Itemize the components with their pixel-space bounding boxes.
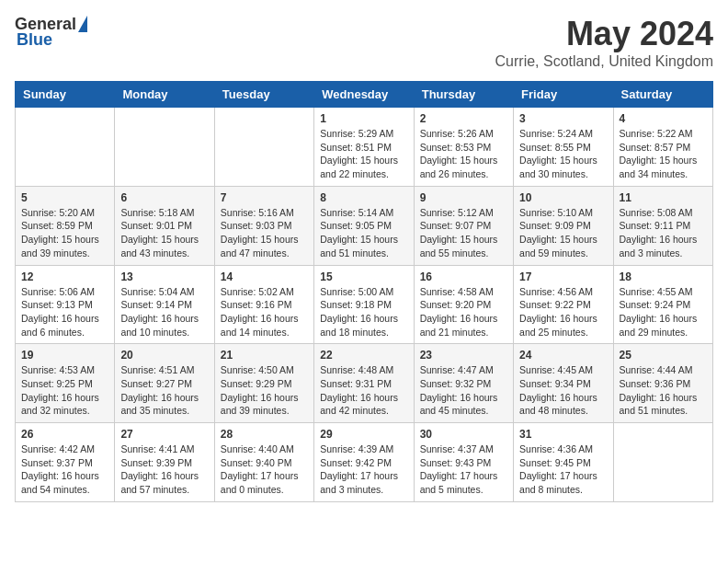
day-number: 16 [420, 270, 507, 283]
day-info: Sunrise: 5:12 AM Sunset: 9:07 PM Dayligh… [420, 206, 507, 260]
day-info: Sunrise: 5:14 AM Sunset: 9:05 PM Dayligh… [320, 206, 407, 260]
day-info: Sunrise: 4:55 AM Sunset: 9:24 PM Dayligh… [620, 285, 707, 339]
day-number: 23 [420, 349, 507, 362]
day-info: Sunrise: 4:50 AM Sunset: 9:29 PM Dayligh… [221, 363, 308, 418]
day-number: 22 [320, 349, 407, 362]
day-number: 27 [120, 428, 208, 441]
day-info: Sunrise: 5:00 AM Sunset: 9:18 PM Dayligh… [320, 285, 407, 339]
day-info: Sunrise: 4:36 AM Sunset: 9:45 PM Dayligh… [519, 442, 607, 497]
day-number: 31 [519, 428, 607, 441]
day-number: 30 [420, 428, 507, 441]
day-info: Sunrise: 4:39 AM Sunset: 9:42 PM Dayligh… [320, 442, 407, 497]
calendar-cell: 5Sunrise: 5:20 AM Sunset: 8:59 PM Daylig… [16, 186, 115, 265]
day-info: Sunrise: 4:42 AM Sunset: 9:37 PM Dayligh… [21, 442, 108, 497]
day-number: 13 [120, 270, 208, 283]
day-info: Sunrise: 4:41 AM Sunset: 9:39 PM Dayligh… [120, 442, 208, 497]
day-info: Sunrise: 5:04 AM Sunset: 9:14 PM Dayligh… [120, 285, 208, 339]
calendar-cell: 16Sunrise: 4:58 AM Sunset: 9:20 PM Dayli… [414, 265, 513, 344]
calendar-cell: 7Sunrise: 5:16 AM Sunset: 9:03 PM Daylig… [214, 186, 313, 265]
day-number: 5 [21, 191, 108, 204]
day-number: 2 [420, 112, 507, 125]
calendar-cell: 21Sunrise: 4:50 AM Sunset: 9:29 PM Dayli… [214, 344, 313, 423]
col-header-wednesday: Wednesday [314, 82, 414, 108]
day-info: Sunrise: 4:44 AM Sunset: 9:36 PM Dayligh… [620, 363, 707, 418]
day-number: 25 [620, 349, 707, 362]
col-header-sunday: Sunday [16, 82, 115, 108]
calendar-cell: 2Sunrise: 5:26 AM Sunset: 8:53 PM Daylig… [414, 108, 513, 187]
calendar-header-row: SundayMondayTuesdayWednesdayThursdayFrid… [16, 82, 713, 108]
day-info: Sunrise: 4:53 AM Sunset: 9:25 PM Dayligh… [21, 363, 108, 418]
day-info: Sunrise: 5:29 AM Sunset: 8:51 PM Dayligh… [320, 127, 407, 181]
day-number: 9 [420, 191, 507, 204]
page-header: General Blue May 2024 Currie, Scotland, … [15, 15, 713, 70]
day-number: 19 [21, 349, 108, 362]
calendar-cell: 1Sunrise: 5:29 AM Sunset: 8:51 PM Daylig… [314, 108, 414, 187]
calendar-cell: 3Sunrise: 5:24 AM Sunset: 8:55 PM Daylig… [514, 108, 613, 187]
logo: General Blue [15, 15, 87, 50]
calendar-cell: 17Sunrise: 4:56 AM Sunset: 9:22 PM Dayli… [514, 265, 613, 344]
col-header-thursday: Thursday [414, 82, 513, 108]
day-info: Sunrise: 5:26 AM Sunset: 8:53 PM Dayligh… [420, 127, 507, 181]
day-info: Sunrise: 4:40 AM Sunset: 9:40 PM Dayligh… [221, 442, 308, 497]
calendar-cell: 30Sunrise: 4:37 AM Sunset: 9:43 PM Dayli… [414, 423, 513, 502]
calendar-cell: 18Sunrise: 4:55 AM Sunset: 9:24 PM Dayli… [613, 265, 712, 344]
day-info: Sunrise: 4:56 AM Sunset: 9:22 PM Dayligh… [519, 285, 607, 339]
day-info: Sunrise: 5:20 AM Sunset: 8:59 PM Dayligh… [21, 206, 108, 260]
calendar-cell: 22Sunrise: 4:48 AM Sunset: 9:31 PM Dayli… [314, 344, 414, 423]
calendar-cell: 10Sunrise: 5:10 AM Sunset: 9:09 PM Dayli… [514, 186, 613, 265]
day-number: 10 [519, 191, 607, 204]
calendar-week-row: 5Sunrise: 5:20 AM Sunset: 8:59 PM Daylig… [16, 186, 713, 265]
day-info: Sunrise: 4:58 AM Sunset: 9:20 PM Dayligh… [420, 285, 507, 339]
calendar-cell: 8Sunrise: 5:14 AM Sunset: 9:05 PM Daylig… [314, 186, 414, 265]
logo-blue-text: Blue [17, 30, 52, 50]
calendar-cell: 15Sunrise: 5:00 AM Sunset: 9:18 PM Dayli… [314, 265, 414, 344]
day-number: 21 [221, 349, 308, 362]
location-text: Currie, Scotland, United Kingdom [495, 53, 713, 70]
day-number: 1 [320, 112, 407, 125]
calendar-cell: 11Sunrise: 5:08 AM Sunset: 9:11 PM Dayli… [613, 186, 712, 265]
day-number: 14 [221, 270, 308, 283]
col-header-saturday: Saturday [613, 82, 712, 108]
calendar-cell [613, 423, 712, 502]
day-info: Sunrise: 5:02 AM Sunset: 9:16 PM Dayligh… [221, 285, 308, 339]
calendar-week-row: 19Sunrise: 4:53 AM Sunset: 9:25 PM Dayli… [16, 344, 713, 423]
calendar-cell: 9Sunrise: 5:12 AM Sunset: 9:07 PM Daylig… [414, 186, 513, 265]
calendar-cell: 29Sunrise: 4:39 AM Sunset: 9:42 PM Dayli… [314, 423, 414, 502]
calendar-cell: 12Sunrise: 5:06 AM Sunset: 9:13 PM Dayli… [16, 265, 115, 344]
calendar-week-row: 12Sunrise: 5:06 AM Sunset: 9:13 PM Dayli… [16, 265, 713, 344]
calendar-cell: 13Sunrise: 5:04 AM Sunset: 9:14 PM Dayli… [115, 265, 214, 344]
day-info: Sunrise: 5:24 AM Sunset: 8:55 PM Dayligh… [519, 127, 607, 181]
day-number: 7 [221, 191, 308, 204]
calendar-cell: 19Sunrise: 4:53 AM Sunset: 9:25 PM Dayli… [16, 344, 115, 423]
calendar-cell [16, 108, 115, 187]
day-info: Sunrise: 5:18 AM Sunset: 9:01 PM Dayligh… [120, 206, 208, 260]
calendar-week-row: 1Sunrise: 5:29 AM Sunset: 8:51 PM Daylig… [16, 108, 713, 187]
day-info: Sunrise: 5:08 AM Sunset: 9:11 PM Dayligh… [620, 206, 707, 260]
calendar-cell: 14Sunrise: 5:02 AM Sunset: 9:16 PM Dayli… [214, 265, 313, 344]
calendar-cell [214, 108, 313, 187]
day-number: 3 [519, 112, 607, 125]
calendar-table: SundayMondayTuesdayWednesdayThursdayFrid… [15, 81, 713, 502]
calendar-week-row: 26Sunrise: 4:42 AM Sunset: 9:37 PM Dayli… [16, 423, 713, 502]
col-header-monday: Monday [115, 82, 214, 108]
day-number: 11 [620, 191, 707, 204]
month-title: May 2024 [495, 15, 713, 53]
title-block: May 2024 Currie, Scotland, United Kingdo… [495, 15, 713, 70]
day-number: 20 [120, 349, 208, 362]
day-info: Sunrise: 5:06 AM Sunset: 9:13 PM Dayligh… [21, 285, 108, 339]
calendar-cell [115, 108, 214, 187]
day-number: 4 [620, 112, 707, 125]
day-number: 12 [21, 270, 108, 283]
day-info: Sunrise: 5:22 AM Sunset: 8:57 PM Dayligh… [620, 127, 707, 181]
day-info: Sunrise: 4:37 AM Sunset: 9:43 PM Dayligh… [420, 442, 507, 497]
day-info: Sunrise: 4:45 AM Sunset: 9:34 PM Dayligh… [519, 363, 607, 418]
day-number: 24 [519, 349, 607, 362]
calendar-cell: 24Sunrise: 4:45 AM Sunset: 9:34 PM Dayli… [514, 344, 613, 423]
calendar-cell: 4Sunrise: 5:22 AM Sunset: 8:57 PM Daylig… [613, 108, 712, 187]
calendar-cell: 6Sunrise: 5:18 AM Sunset: 9:01 PM Daylig… [115, 186, 214, 265]
day-number: 28 [221, 428, 308, 441]
calendar-cell: 28Sunrise: 4:40 AM Sunset: 9:40 PM Dayli… [214, 423, 313, 502]
col-header-tuesday: Tuesday [214, 82, 313, 108]
calendar-cell: 26Sunrise: 4:42 AM Sunset: 9:37 PM Dayli… [16, 423, 115, 502]
col-header-friday: Friday [514, 82, 613, 108]
